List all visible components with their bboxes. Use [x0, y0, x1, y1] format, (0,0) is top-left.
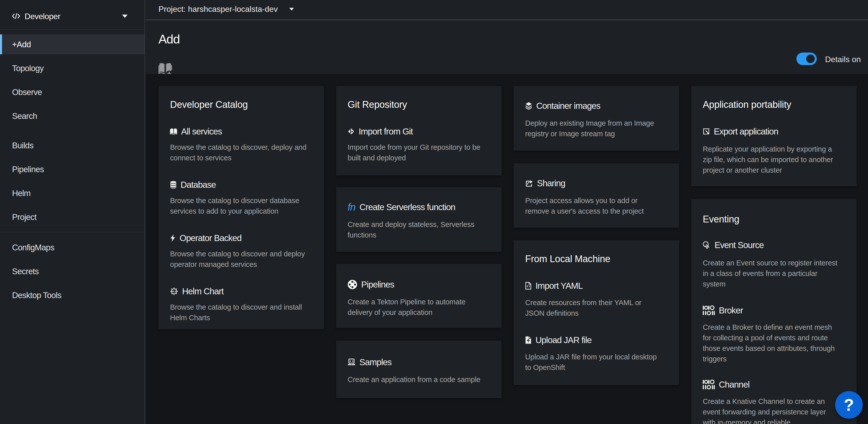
svg-text:HELM: HELM — [171, 290, 177, 292]
